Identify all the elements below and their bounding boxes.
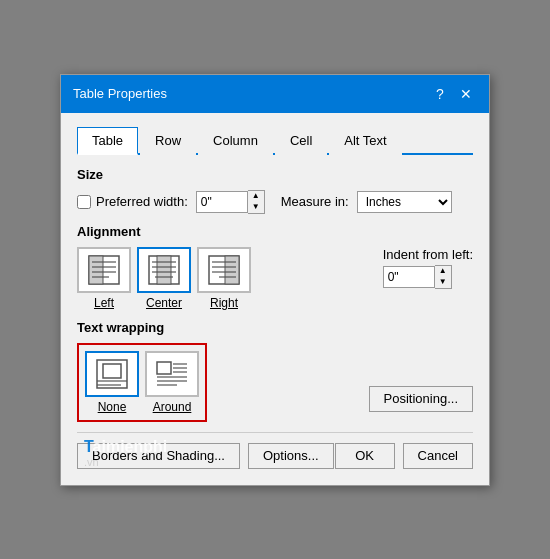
svg-rect-7 xyxy=(157,256,171,284)
tab-column[interactable]: Column xyxy=(198,127,273,155)
svg-rect-1 xyxy=(89,256,103,284)
align-right-label: Right xyxy=(210,296,238,310)
wrap-none-label: None xyxy=(98,400,127,414)
alignment-options: Left xyxy=(77,247,251,310)
align-center-icon-box xyxy=(137,247,191,293)
svg-rect-19 xyxy=(103,364,121,378)
svg-rect-13 xyxy=(225,256,239,284)
dialog-title: Table Properties xyxy=(73,86,167,101)
wrap-around-label: Around xyxy=(153,400,192,414)
table-properties-dialog: Table Properties ? ✕ Table Row Column Ce… xyxy=(60,74,490,486)
bottom-left-buttons: Borders and Shading... Options... xyxy=(77,443,334,469)
indent-spin-up[interactable]: ▲ xyxy=(435,266,451,277)
wrap-options-border: None xyxy=(77,343,207,422)
tabs-container: Table Row Column Cell Alt Text xyxy=(77,125,473,155)
wrap-around-item[interactable]: Around xyxy=(145,351,199,414)
align-center-item[interactable]: Center xyxy=(137,247,191,310)
bottom-right-buttons: OK Cancel xyxy=(335,443,473,469)
align-left-item[interactable]: Left xyxy=(77,247,131,310)
indent-spinner: ▲ ▼ xyxy=(383,265,473,289)
spinner-buttons: ▲ ▼ xyxy=(248,190,265,214)
title-bar: Table Properties ? ✕ xyxy=(61,75,489,113)
align-left-label: Left xyxy=(94,296,114,310)
cancel-button[interactable]: Cancel xyxy=(403,443,473,469)
alignment-row: Left xyxy=(77,247,473,310)
wrap-none-item[interactable]: None xyxy=(85,351,139,414)
indent-input[interactable] xyxy=(383,266,435,288)
text-wrapping-section: Text wrapping xyxy=(77,320,473,422)
text-wrapping-label: Text wrapping xyxy=(77,320,473,335)
wrap-none-icon-box xyxy=(85,351,139,397)
title-bar-buttons: ? ✕ xyxy=(429,83,477,105)
preferred-width-checkbox-label[interactable]: Preferred width: xyxy=(77,194,188,209)
dialog-content: Table Row Column Cell Alt Text Size Pref… xyxy=(61,113,489,485)
indent-spinner-buttons: ▲ ▼ xyxy=(435,265,452,289)
align-center-icon xyxy=(147,254,181,286)
tab-table[interactable]: Table xyxy=(77,127,138,155)
tab-alt-text[interactable]: Alt Text xyxy=(329,127,401,155)
size-label: Size xyxy=(77,167,473,182)
positioning-row: Positioning... xyxy=(369,386,473,412)
align-left-icon-box xyxy=(77,247,131,293)
indent-spin-down[interactable]: ▼ xyxy=(435,277,451,288)
ok-button[interactable]: OK xyxy=(335,443,395,469)
align-center-label: Center xyxy=(146,296,182,310)
help-button[interactable]: ? xyxy=(429,83,451,105)
indent-group: Indent from left: ▲ ▼ xyxy=(383,247,473,289)
alignment-label: Alignment xyxy=(77,224,473,239)
close-button[interactable]: ✕ xyxy=(455,83,477,105)
wrap-around-icon xyxy=(155,358,189,390)
options-button[interactable]: Options... xyxy=(248,443,334,469)
measure-in-select[interactable]: Inches Centimeters Millimeters Points Pi… xyxy=(357,191,452,213)
measure-in-label: Measure in: xyxy=(281,194,349,209)
size-section: Size Preferred width: ▲ ▼ Measure in: xyxy=(77,167,473,214)
spin-down-button[interactable]: ▼ xyxy=(248,202,264,213)
positioning-button[interactable]: Positioning... xyxy=(369,386,473,412)
align-right-item[interactable]: Right xyxy=(197,247,251,310)
preferred-width-spinner: ▲ ▼ xyxy=(196,190,265,214)
svg-rect-22 xyxy=(157,362,171,374)
wrap-none-icon xyxy=(95,358,129,390)
borders-and-shading-button[interactable]: Borders and Shading... xyxy=(77,443,240,469)
align-right-icon-box xyxy=(197,247,251,293)
tab-row[interactable]: Row xyxy=(140,127,196,155)
size-row: Preferred width: ▲ ▼ Measure in: Inches … xyxy=(77,190,473,214)
bottom-section: Borders and Shading... Options... OK Can… xyxy=(77,432,473,469)
preferred-width-label: Preferred width: xyxy=(96,194,188,209)
tab-cell[interactable]: Cell xyxy=(275,127,327,155)
align-left-icon xyxy=(87,254,121,286)
alignment-section: Alignment xyxy=(77,224,473,310)
indent-label: Indent from left: xyxy=(383,247,473,262)
preferred-width-input[interactable] xyxy=(196,191,248,213)
preferred-width-checkbox[interactable] xyxy=(77,195,91,209)
wrap-around-icon-box xyxy=(145,351,199,397)
align-right-icon xyxy=(207,254,241,286)
spin-up-button[interactable]: ▲ xyxy=(248,191,264,202)
